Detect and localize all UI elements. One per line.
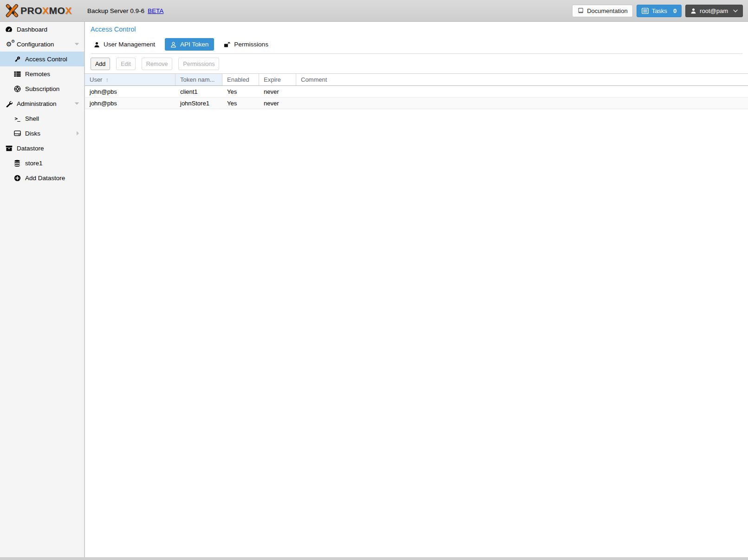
grid-toolbar: Add Edit Remove Permissions (91, 58, 748, 70)
sidebar-item-label: Shell (25, 115, 39, 122)
table-row[interactable]: john@pbs client1 Yes never (85, 86, 748, 98)
gauge-icon (5, 26, 13, 33)
cell-user: john@pbs (85, 100, 176, 107)
sidebar-item-label: Access Control (25, 56, 67, 63)
archive-box-icon (5, 145, 13, 151)
tab-bar: User Management API Token Permissions (91, 38, 742, 54)
user-menu-label: root@pam (700, 7, 728, 14)
gears-icon: ⚙⚙ (5, 41, 13, 47)
api-token-table: User ↑ Token nam... Enabled Expire Comme… (85, 73, 748, 109)
cell-enabled: Yes (222, 100, 259, 107)
remove-button: Remove (142, 58, 173, 70)
chevron-down-icon (733, 9, 738, 13)
tab-label: API Token (180, 41, 208, 48)
sidebar-nav: Dashboard ⚙⚙ Configuration (0, 22, 85, 557)
column-header-user[interactable]: User ↑ (85, 74, 176, 85)
plus-circle-icon (13, 175, 21, 182)
column-header-token-name[interactable]: Token nam... (176, 74, 222, 85)
column-header-expire[interactable]: Expire (259, 74, 296, 85)
top-bar-actions: Documentation Tasks 0 root@pam (572, 5, 743, 17)
sidebar-item-dashboard[interactable]: Dashboard (0, 22, 84, 37)
main-panel: Access Control User Management API Token (85, 22, 748, 557)
documentation-label: Documentation (587, 7, 627, 14)
sidebar-item-administration[interactable]: Administration (0, 96, 84, 111)
tasks-count-badge: 0 (673, 7, 676, 14)
sidebar-item-remotes[interactable]: Remotes (0, 66, 84, 81)
remotes-list-icon (13, 71, 21, 77)
sidebar-item-label: Configuration (17, 41, 54, 48)
cell-token-name: johnStore1 (176, 100, 222, 107)
proxmox-logo-icon (5, 4, 19, 18)
sidebar-item-disks[interactable]: Disks (0, 126, 84, 141)
sidebar-item-label: Disks (25, 130, 40, 137)
proxmox-backup-server-app: PROXMOX Backup Server 0.9-6 BETA Documen… (0, 0, 748, 560)
sidebar-item-subscription[interactable]: Subscription (0, 81, 84, 96)
user-outline-icon (170, 41, 176, 48)
sidebar-item-access-control[interactable]: Access Control (0, 52, 84, 66)
book-icon (577, 7, 584, 14)
table-header: User ↑ Token nam... Enabled Expire Comme… (85, 74, 748, 86)
proxmox-logo: PROXMOX (5, 4, 84, 18)
sidebar-item-datastore[interactable]: Datastore (0, 141, 84, 156)
sidebar-item-label: Subscription (25, 85, 59, 92)
life-ring-icon (13, 85, 21, 92)
tab-permissions[interactable]: Permissions (221, 38, 272, 51)
chevron-right-icon[interactable] (76, 131, 79, 136)
hdd-icon (13, 130, 21, 136)
terminal-icon: >_ (13, 116, 21, 122)
product-title: Backup Server 0.9-6 (87, 7, 144, 14)
sidebar-item-shell[interactable]: >_ Shell (0, 111, 84, 126)
sidebar-item-label: Administration (17, 100, 57, 107)
proxmox-logo-text: PROXMOX (20, 5, 72, 16)
sort-ascending-icon: ↑ (105, 76, 109, 83)
tab-label: Permissions (234, 41, 268, 48)
user-icon (690, 8, 696, 14)
tasks-button[interactable]: Tasks 0 (637, 5, 682, 17)
documentation-button[interactable]: Documentation (572, 5, 632, 17)
sidebar-item-configuration[interactable]: ⚙⚙ Configuration (0, 37, 84, 52)
page-title: Access Control (91, 26, 748, 33)
task-list-icon (642, 8, 649, 14)
add-button[interactable]: Add (91, 58, 110, 70)
tab-user-management[interactable]: User Management (91, 38, 158, 51)
chevron-down-icon[interactable] (74, 43, 79, 46)
cell-enabled: Yes (222, 88, 259, 95)
database-icon (13, 160, 21, 167)
sidebar-item-store1[interactable]: store1 (0, 156, 84, 170)
tab-api-token[interactable]: API Token (165, 38, 214, 51)
tasks-label: Tasks (652, 7, 667, 14)
sidebar-item-label: Dashboard (17, 26, 47, 33)
permissions-button: Permissions (178, 58, 219, 70)
unlock-icon (224, 41, 230, 48)
sidebar-item-add-datastore[interactable]: Add Datastore (0, 170, 84, 185)
key-icon (13, 56, 21, 63)
user-solid-icon (94, 41, 100, 48)
cell-expire: never (259, 100, 296, 107)
column-header-comment[interactable]: Comment (296, 74, 748, 85)
cell-user: john@pbs (85, 88, 176, 95)
beta-link[interactable]: BETA (148, 7, 163, 14)
sidebar-item-label: Add Datastore (25, 175, 65, 182)
tab-label: User Management (104, 41, 155, 48)
sidebar-item-label: Remotes (25, 71, 50, 78)
wrench-icon (5, 100, 13, 107)
cell-token-name: client1 (176, 88, 222, 95)
top-bar: PROXMOX Backup Server 0.9-6 BETA Documen… (0, 0, 748, 22)
column-header-enabled[interactable]: Enabled (222, 74, 259, 85)
sidebar-item-label: Datastore (17, 145, 44, 152)
chevron-down-icon[interactable] (74, 102, 79, 105)
edit-button: Edit (116, 58, 136, 70)
cell-expire: never (259, 88, 296, 95)
sidebar-item-label: store1 (25, 160, 43, 167)
user-menu-button[interactable]: root@pam (685, 5, 743, 17)
table-row[interactable]: john@pbs johnStore1 Yes never (85, 98, 748, 109)
